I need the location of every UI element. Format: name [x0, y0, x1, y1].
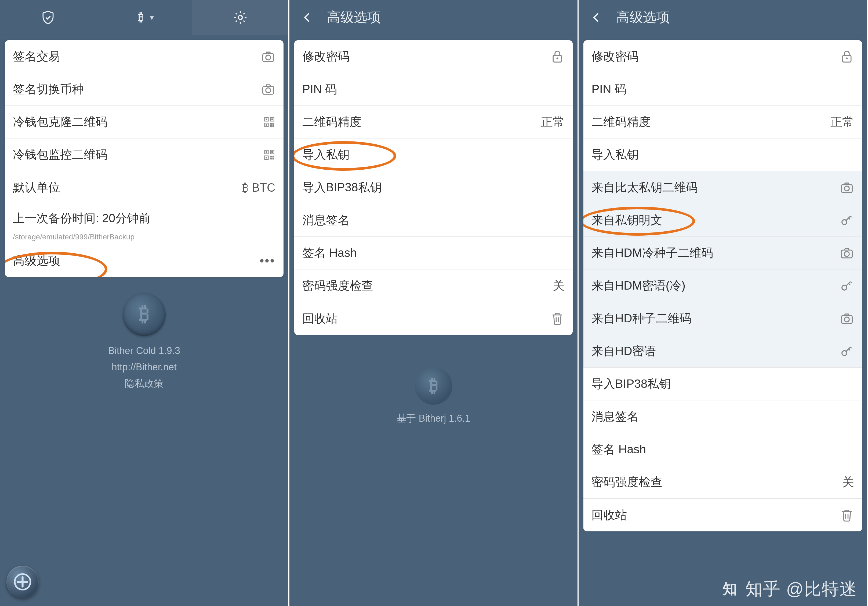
- row-label: 签名切换币种: [13, 81, 261, 97]
- screen-1-settings: ▾ 签名交易 签名切换币种 冷钱包克隆二维码 冷钱包监控二维码 默认单位 ₿ B…: [0, 0, 290, 606]
- row-from-hdm-phrase[interactable]: 来自HDM密语(冷): [583, 269, 862, 302]
- row-password-strength[interactable]: 密码强度检查 关: [583, 466, 862, 499]
- row-label: 二维码精度: [592, 114, 825, 130]
- row-from-key-text[interactable]: 来自私钥明文: [583, 204, 862, 237]
- row-label: 上一次备份时间: 20分钟前: [13, 210, 276, 226]
- row-label: 密码强度检查: [302, 278, 548, 294]
- camera-icon: [840, 311, 854, 326]
- row-password-strength[interactable]: 密码强度检查 关: [294, 269, 573, 302]
- chevron-down-icon: ▾: [150, 12, 154, 22]
- row-value: 关: [553, 278, 565, 294]
- row-label: 默认单位: [13, 179, 237, 195]
- row-qr-precision[interactable]: 二维码精度 正常: [294, 106, 573, 139]
- row-label: 高级选项: [13, 253, 260, 269]
- row-label: 密码强度检查: [592, 474, 837, 490]
- row-label: 来自HDM密语(冷): [592, 278, 840, 294]
- row-from-hdm-seed-qr[interactable]: 来自HDM冷种子二维码: [583, 237, 862, 269]
- row-cold-clone-qr[interactable]: 冷钱包克隆二维码: [5, 106, 284, 139]
- row-label: PIN 码: [302, 81, 565, 97]
- tab-shield[interactable]: [0, 0, 96, 35]
- camera-icon: [840, 180, 854, 195]
- topbar: 高级选项: [578, 0, 867, 35]
- topbar-tabs: ▾: [0, 0, 288, 35]
- row-trash[interactable]: 回收站: [583, 499, 862, 532]
- row-label: 修改密码: [592, 49, 840, 64]
- row-label: 修改密码: [302, 49, 550, 64]
- row-sign-tx[interactable]: 签名交易: [5, 40, 284, 73]
- row-label: PIN 码: [592, 81, 854, 97]
- row-pin[interactable]: PIN 码: [294, 73, 573, 106]
- camera-icon: [261, 49, 276, 64]
- row-label: 消息签名: [592, 409, 854, 425]
- row-sign-hash[interactable]: 签名 Hash: [294, 237, 573, 269]
- row-label: 来自私钥明文: [592, 212, 840, 228]
- row-label: 回收站: [592, 507, 840, 523]
- row-cold-monitor-qr[interactable]: 冷钱包监控二维码: [5, 139, 284, 171]
- back-button[interactable]: [578, 0, 614, 35]
- row-sign-hash[interactable]: 签名 Hash: [583, 433, 862, 466]
- row-sublabel: /storage/emulated/999/BitherBackup: [13, 233, 135, 241]
- screen-2-advanced: 高级选项 修改密码 PIN 码 二维码精度 正常 导入私钥 导入BIP38私钥 …: [290, 0, 579, 606]
- topbar: 高级选项: [290, 0, 578, 35]
- advanced-list-expanded: 修改密码 PIN 码 二维码精度 正常 导入私钥 来自比太私钥二维码 来自私钥明…: [583, 40, 862, 532]
- row-import-bip38[interactable]: 导入BIP38私钥: [583, 368, 862, 400]
- row-label: 导入私钥: [592, 147, 854, 162]
- app-url[interactable]: http://Bither.net: [0, 359, 288, 375]
- trash-icon: [840, 508, 854, 522]
- row-value: 正常: [831, 114, 854, 130]
- footer-info: 基于 Bitherj 1.6.1: [290, 351, 578, 427]
- row-import-bip38[interactable]: 导入BIP38私钥: [294, 171, 573, 204]
- row-from-hd-phrase[interactable]: 来自HD密语: [583, 335, 862, 368]
- row-trash[interactable]: 回收站: [294, 302, 573, 335]
- qr-icon: [263, 116, 276, 128]
- privacy-link[interactable]: 隐私政策: [0, 375, 288, 391]
- row-pin[interactable]: PIN 码: [583, 73, 862, 106]
- row-sign-message[interactable]: 消息签名: [583, 400, 862, 433]
- row-change-password[interactable]: 修改密码: [583, 40, 862, 73]
- row-label: 二维码精度: [302, 114, 536, 130]
- row-from-bither-qr[interactable]: 来自比太私钥二维码: [583, 171, 862, 204]
- add-button[interactable]: [6, 566, 39, 598]
- tab-bitcoin[interactable]: ▾: [96, 0, 192, 35]
- settings-list: 签名交易 签名切换币种 冷钱包克隆二维码 冷钱包监控二维码 默认单位 ₿ BTC…: [5, 40, 284, 277]
- row-label: 消息签名: [302, 212, 565, 228]
- row-sign-switch-coin[interactable]: 签名切换币种: [5, 73, 284, 106]
- row-last-backup[interactable]: 上一次备份时间: 20分钟前 /storage/emulated/999/Bit…: [5, 204, 284, 244]
- row-label: 回收站: [302, 311, 550, 327]
- row-label: 来自HD密语: [592, 343, 840, 359]
- row-value: ₿ BTC: [242, 181, 275, 194]
- row-label: 来自HD种子二维码: [592, 311, 840, 326]
- key-icon: [840, 213, 854, 227]
- page-title: 高级选项: [324, 8, 578, 26]
- page-title: 高级选项: [614, 8, 867, 26]
- lock-icon: [550, 49, 565, 64]
- back-icon: [301, 11, 313, 24]
- row-qr-precision[interactable]: 二维码精度 正常: [583, 106, 862, 139]
- bitcoin-logo: [415, 367, 453, 405]
- screen-3-advanced-expanded: 高级选项 修改密码 PIN 码 二维码精度 正常 导入私钥 来自比太私钥二维码 …: [578, 0, 868, 606]
- footer-info: Bither Cold 1.9.3 http://Bither.net 隐私政策: [0, 293, 288, 392]
- lock-icon: [840, 49, 854, 64]
- zhihu-icon: [721, 580, 740, 598]
- dots-icon: •••: [260, 254, 275, 267]
- back-button[interactable]: [290, 0, 324, 35]
- key-icon: [840, 344, 854, 359]
- row-default-unit[interactable]: 默认单位 ₿ BTC: [5, 171, 284, 204]
- app-version: Bither Cold 1.9.3: [0, 342, 288, 359]
- camera-icon: [840, 246, 854, 260]
- row-change-password[interactable]: 修改密码: [294, 40, 573, 73]
- lib-version: 基于 Bitherj 1.6.1: [290, 410, 578, 427]
- row-label: 冷钱包监控二维码: [13, 147, 263, 162]
- row-advanced-options[interactable]: 高级选项 •••: [5, 244, 284, 277]
- tab-settings[interactable]: [192, 0, 288, 35]
- gear-icon: [233, 10, 248, 25]
- row-label: 签名 Hash: [302, 245, 565, 261]
- bitcoin-logo: [123, 293, 166, 336]
- bitcoin-icon: [134, 11, 148, 24]
- row-label: 冷钱包克隆二维码: [13, 114, 263, 130]
- row-import-key[interactable]: 导入私钥: [583, 139, 862, 171]
- row-import-key[interactable]: 导入私钥: [294, 139, 573, 171]
- row-sign-message[interactable]: 消息签名: [294, 204, 573, 237]
- row-from-hd-seed-qr[interactable]: 来自HD种子二维码: [583, 302, 862, 335]
- row-label: 导入BIP38私钥: [592, 376, 854, 392]
